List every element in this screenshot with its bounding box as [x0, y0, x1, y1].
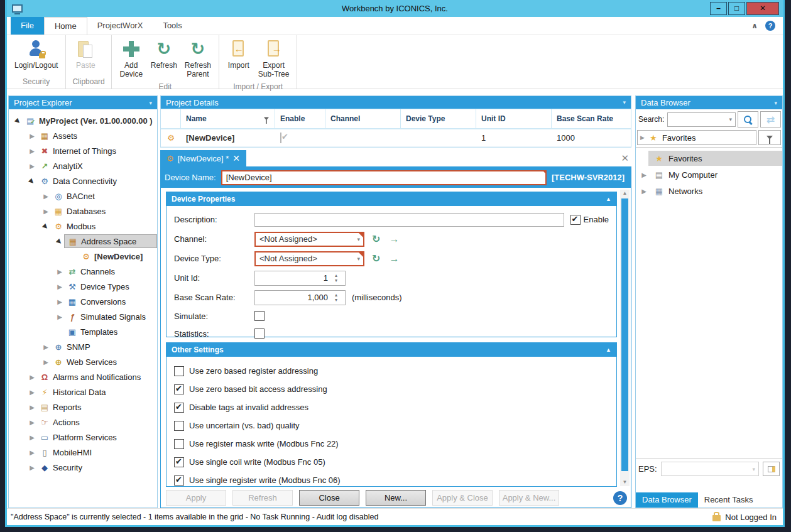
setting-checkbox[interactable] — [174, 384, 184, 394]
description-input[interactable] — [254, 213, 564, 227]
device-type-combo[interactable]: <Not Assigned>▾ — [254, 251, 364, 266]
setting-checkbox[interactable] — [174, 475, 184, 486]
tree-item-historical-data[interactable]: ▶Historical Data — [9, 384, 157, 399]
add-device-button[interactable]: Add Device — [117, 38, 146, 80]
tree-item-databases[interactable]: ▶Databases — [9, 204, 157, 219]
tree-item-device-types[interactable]: ▶Device Types — [9, 279, 157, 294]
enable-checkbox[interactable] — [570, 215, 581, 225]
simulate-checkbox[interactable] — [254, 311, 265, 321]
search-button[interactable] — [738, 111, 758, 128]
browser-item-my-computer[interactable]: ▶My Computer — [636, 166, 782, 183]
tab-projectworx[interactable]: ProjectWorX — [87, 17, 153, 35]
close-editor-icon[interactable]: ✕ — [621, 153, 629, 164]
help-icon[interactable]: ? — [765, 21, 775, 31]
expander-icon[interactable]: ▶ — [28, 404, 36, 411]
import-button[interactable]: Import — [224, 38, 253, 71]
expander-icon[interactable]: ▶ — [28, 464, 36, 471]
scroll-down-icon[interactable]: ▼ — [620, 479, 630, 486]
tree-item-actions[interactable]: ▶Actions — [9, 415, 157, 430]
tree-item-security[interactable]: ▶Security — [9, 460, 157, 475]
scrollbar-thumb[interactable] — [621, 198, 628, 471]
refresh-device-type-icon[interactable]: ↻ — [372, 252, 380, 264]
goto-device-type-icon[interactable]: → — [389, 253, 399, 264]
tree-item-modbus[interactable]: ▶Modbus — [9, 219, 157, 234]
expander-icon[interactable]: ▶ — [28, 434, 36, 441]
tree-item-analytix[interactable]: ▶AnalytiX — [9, 158, 157, 173]
spinner-icons[interactable]: ▴▾ — [330, 271, 342, 285]
column-base-scan-rate[interactable]: Base Scan Rate — [552, 109, 631, 128]
login-logout-button[interactable]: Login/Logout — [12, 38, 60, 71]
eps-button[interactable] — [763, 462, 780, 476]
expander-icon[interactable]: ▶ — [55, 298, 64, 305]
expander-icon[interactable]: ▶ — [28, 449, 36, 456]
expander-icon[interactable]: ▶ — [28, 163, 36, 170]
tree-item-conversions[interactable]: ▶Conversions — [9, 294, 157, 309]
tree-item-internet-of-things[interactable]: ▶Internet of Things — [9, 143, 157, 158]
column-device-type[interactable]: Devie Type — [401, 109, 476, 128]
sync-button[interactable]: ⇄ — [760, 111, 781, 128]
expander-icon[interactable]: ▶ — [41, 359, 50, 366]
enable-checkbox[interactable] — [280, 133, 281, 143]
expander-icon[interactable]: ▶ — [28, 133, 36, 139]
unit-id-stepper[interactable]: ▴▾ — [254, 271, 346, 286]
statistics-checkbox[interactable] — [254, 328, 265, 339]
tree-item-snmp[interactable]: ▶SNMP — [9, 339, 157, 354]
maximize-button[interactable]: □ — [728, 2, 745, 15]
tree-item-platform-services[interactable]: ▶Platform Services — [9, 430, 157, 445]
channel-combo[interactable]: <Not Assigned>▾ — [254, 232, 364, 247]
editor-scrollbar[interactable]: ▲ ▼ — [620, 190, 630, 486]
expander-icon[interactable]: ▶ — [41, 208, 50, 215]
tab-file[interactable]: File — [11, 17, 44, 35]
expander-icon[interactable]: ▶ — [640, 188, 648, 195]
refresh-button[interactable]: Refresh — [232, 490, 293, 506]
expander-icon[interactable]: ▶ — [41, 193, 50, 200]
tree-item-mobilehmi[interactable]: ▶MobileHMI — [9, 445, 157, 460]
expander-icon[interactable]: ▶ — [640, 171, 648, 178]
expander-icon[interactable]: ▶ — [55, 268, 64, 275]
close-button[interactable]: Close — [299, 490, 359, 506]
setting-checkbox[interactable] — [174, 366, 184, 376]
tree-item-web-services[interactable]: ▶Web Services — [9, 354, 157, 369]
tree-item-myproject[interactable]: ▶MyProject (Ver. 01.00.000.00 ) — [9, 113, 157, 128]
filter-button[interactable] — [758, 130, 781, 145]
panel-menu-icon[interactable]: ▾ — [774, 100, 777, 106]
tree-item-alarms[interactable]: ▶Alarms and Notifications — [9, 369, 157, 384]
setting-checkbox[interactable] — [174, 403, 184, 413]
tree-item-templates[interactable]: ▶Templates — [9, 324, 157, 339]
refresh-parent-button[interactable]: Refresh Parent — [182, 38, 214, 80]
refresh-channel-icon[interactable]: ↻ — [372, 233, 380, 245]
setting-checkbox[interactable] — [174, 457, 184, 467]
goto-channel-icon[interactable]: → — [389, 234, 399, 245]
filter-icon[interactable] — [264, 117, 269, 121]
dropdown-icon[interactable]: ▾ — [729, 116, 732, 122]
expander-icon[interactable]: ▶ — [28, 148, 36, 155]
collapse-section-icon[interactable]: ▲ — [606, 196, 611, 202]
panel-menu-icon[interactable]: ▾ — [623, 99, 626, 106]
tree-item-assets[interactable]: ▶Assets — [9, 128, 157, 143]
spinner-icons[interactable]: ▴▾ — [330, 291, 342, 305]
editor-tab-newdevice[interactable]: ⚙ [NewDevice] * ✕ — [160, 150, 246, 166]
search-combo[interactable]: ▾ — [667, 112, 736, 127]
grid-row-newdevice[interactable]: ⚙ [NewDevice] 1 1000 — [161, 129, 631, 147]
expander-icon[interactable]: ▶ — [28, 374, 36, 381]
expander-icon[interactable]: ▶ — [640, 134, 645, 141]
collapse-section-icon[interactable]: ▲ — [606, 347, 611, 353]
expander-icon[interactable]: ▶ — [55, 283, 64, 290]
device-name-input[interactable] — [221, 170, 547, 185]
setting-checkbox[interactable] — [174, 439, 184, 449]
apply-new-button[interactable]: Apply & New... — [499, 490, 559, 506]
breadcrumb[interactable]: ▶ Favorites — [637, 130, 756, 145]
column-channel[interactable]: Channel — [325, 109, 401, 128]
collapse-ribbon-icon[interactable]: ∧ — [751, 21, 758, 30]
eps-combo[interactable]: ▾ — [661, 462, 759, 476]
tab-recent-tasks[interactable]: Recent Tasks — [698, 492, 760, 508]
apply-close-button[interactable]: Apply & Close — [432, 490, 493, 506]
tab-tools[interactable]: Tools — [153, 17, 192, 35]
new-button[interactable]: New... — [366, 490, 426, 506]
tree-item-newdevice[interactable]: ▶[NewDevice] — [9, 249, 157, 264]
tree-item-data-connectivity[interactable]: ▶Data Connectivity — [9, 173, 157, 188]
tree-item-simulated-signals[interactable]: ▶Simulated Signals — [9, 309, 157, 324]
tab-home[interactable]: Home — [44, 17, 87, 35]
tree-item-bacnet[interactable]: ▶BACnet — [9, 188, 157, 204]
browser-item-favorites[interactable]: ▶Favorites — [636, 150, 782, 166]
